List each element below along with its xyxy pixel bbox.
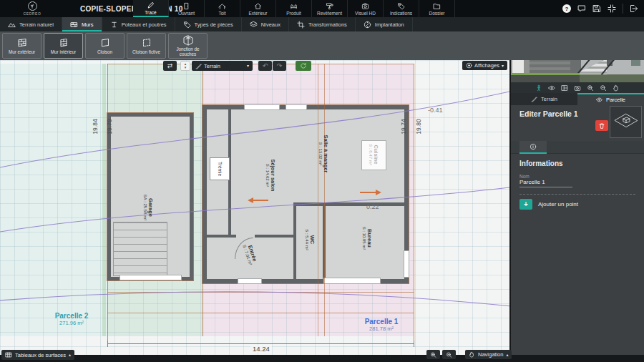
divider [623, 4, 623, 14]
room-area: S : 10.85 m² [362, 227, 366, 250]
tab-revetement[interactable]: Revêtement [312, 0, 348, 17]
parcel-name: Parcelle 1 [365, 318, 399, 326]
ribbon-types-de-pieces[interactable]: Types de pièces [175, 17, 242, 31]
stepper-down-icon: ▾ [185, 66, 187, 69]
level-selector[interactable]: Terrain ▾ [192, 61, 253, 71]
room-name: Garage [147, 195, 154, 220]
cedreo-logo[interactable]: CEDREO [20, 1, 44, 16]
preview-toolbar [511, 82, 644, 93]
ribbon-terrain-naturel[interactable]: Terrain naturel [0, 17, 62, 31]
zoom-in-button[interactable] [426, 350, 440, 359]
affichages-dropdown[interactable]: Affichages ▾ [462, 61, 507, 70]
parcel-area: 271.96 m² [55, 320, 89, 326]
virtual-partition-icon [140, 37, 154, 49]
ribbon-transformations[interactable]: Transformations [289, 17, 356, 31]
comments-button[interactable] [577, 4, 586, 13]
ribbon-label: Niveaux [261, 21, 280, 28]
sofa-icon [290, 2, 298, 10]
ribbon-label: Implantation [375, 21, 404, 28]
panel-tab-parcelle[interactable]: Parcelle [577, 93, 644, 105]
zoom-out-button[interactable] [442, 350, 456, 359]
main-tabs: Tracé Ouvrant Toit Extérieur Produit Rev… [133, 0, 455, 17]
undo-button[interactable]: ↶ [258, 61, 272, 71]
info-icon [530, 143, 537, 150]
tool-mur-exterieur[interactable]: Mur extérieur [2, 33, 42, 59]
delete-parcel-button[interactable] [595, 120, 608, 131]
tool-cloison-fictive[interactable]: Cloison fictive [127, 33, 166, 59]
help-button[interactable]: ? [562, 4, 571, 13]
hand-icon[interactable] [613, 84, 620, 92]
level-stepper[interactable]: ▴ ▾ [180, 61, 190, 71]
parcel-split-line [324, 64, 325, 336]
walk-person-icon[interactable] [535, 84, 542, 92]
tab-exterieur[interactable]: Extérieur [240, 0, 276, 17]
divider [519, 194, 635, 195]
add-point-button[interactable]: + Ajouter un point [519, 199, 578, 210]
camera-icon [361, 2, 369, 10]
zoom-in-icon[interactable] [587, 84, 594, 92]
panel-tabs: Terrain Parcelle [511, 93, 644, 105]
tab-label: Visuel HD [355, 11, 376, 16]
eye-icon[interactable] [548, 84, 555, 92]
camera-icon[interactable] [574, 84, 581, 92]
ribbon-label: Murs [82, 21, 94, 28]
parcel2-label[interactable]: Parcelle 2 271.96 m² [55, 312, 89, 326]
zoom-out-icon [446, 351, 452, 358]
tool-cloison[interactable]: Cloison [85, 33, 125, 59]
chevron-up-icon: ▴ [69, 353, 71, 357]
info-subtab[interactable] [519, 141, 547, 154]
update-3d-button[interactable] [296, 61, 311, 71]
ribbon-label: Terrain naturel [19, 21, 54, 28]
layout-icon[interactable] [561, 84, 568, 92]
panel-tab-terrain[interactable]: Terrain [511, 93, 577, 105]
ribbon-label: Poteaux et poutres [122, 21, 167, 28]
compass-icon [364, 21, 371, 29]
tab-indications[interactable]: Indications [384, 0, 419, 17]
tab-label: Dossier [429, 11, 444, 16]
floor-plan-canvas[interactable]: Garage SA : 25.58 m² Trémie Séjour salon… [0, 60, 509, 355]
refresh-icon [300, 62, 307, 69]
bricks-icon [70, 21, 78, 29]
room-area: SA : 25.58 m² [143, 195, 147, 220]
exit-button[interactable] [630, 4, 638, 13]
center-view-button[interactable] [608, 4, 616, 13]
save-button[interactable] [592, 4, 601, 13]
room-label-garage: Garage SA : 25.58 m² [143, 195, 154, 220]
parcel-name-input[interactable] [519, 179, 572, 187]
cedreo-logo-icon [28, 1, 37, 11]
interior-wall-icon [57, 37, 71, 49]
zoom-out-icon[interactable] [600, 84, 607, 92]
ribbon-poteaux-et-poutres[interactable]: Poteaux et poutres [102, 17, 175, 31]
tab-toit[interactable]: Toit [205, 0, 240, 17]
folder-icon [433, 2, 441, 10]
ribbon-niveaux[interactable]: Niveaux [242, 17, 289, 31]
swap-icon: ⇄ [167, 63, 173, 69]
ribbon-implantation[interactable]: Implantation [356, 17, 413, 31]
trash-icon [598, 122, 605, 129]
tab-trace[interactable]: Tracé [133, 0, 169, 17]
parcel-thumbnail[interactable] [610, 106, 642, 138]
ribbon-bar: Terrain naturel Murs Poteaux et poutres … [0, 17, 644, 31]
dim-tick [107, 341, 108, 347]
tab-dossier[interactable]: Dossier [419, 0, 455, 17]
tab-label: Produit [286, 11, 301, 16]
brand-label: CEDREO [20, 11, 44, 16]
redo-button[interactable]: ↷ [273, 61, 286, 71]
navigation-dropdown[interactable]: Navigation ▴ [465, 350, 512, 359]
slope-arrow-right-head [376, 190, 381, 195]
tool-jonction-de-couches[interactable]: Jonction de couches [168, 33, 208, 59]
tab-visuel-hd[interactable]: Visuel HD [348, 0, 384, 17]
ribbon-murs[interactable]: Murs [62, 17, 102, 31]
parcel1-label[interactable]: Parcelle 1 281.78 m² [365, 318, 399, 332]
swap-view-button[interactable]: ⇄ [163, 61, 177, 71]
surface-tables-button[interactable]: Tableaux de surfaces ▴ [1, 350, 74, 360]
room-label-salle-a-manger: Salle à manger S : 13.02 m² [318, 135, 329, 173]
dim-bottom: 14.24 [250, 345, 272, 353]
slope-arrow-left [253, 200, 268, 201]
dim-left-outer: 19.84 [92, 119, 99, 134]
tool-label: Jonction de couches [169, 47, 207, 57]
pencil-icon [147, 1, 155, 9]
tab-ouvrant[interactable]: Ouvrant [169, 0, 205, 17]
tool-mur-interieur[interactable]: Mur intérieur [44, 33, 83, 59]
tab-produit[interactable]: Produit [276, 0, 312, 17]
